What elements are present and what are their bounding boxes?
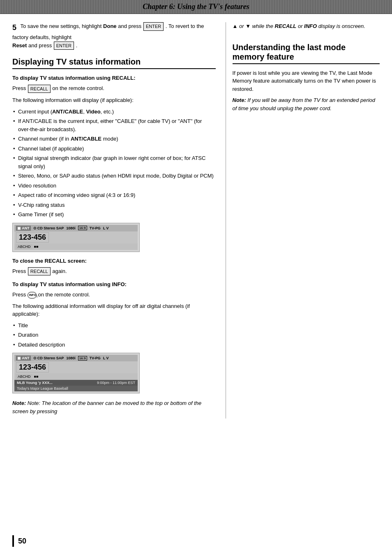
- tv-header-row-1: ▣ ANT ⊙ CD Stereo SAP 1080i 16:9 TV-PG L…: [14, 225, 138, 231]
- tv-screen-2: ▣ ANT ⊙ CD Stereo SAP 1080i 16:9 TV-PG L…: [12, 353, 140, 393]
- enter-button-1: ENTER: [143, 22, 164, 31]
- list-item: Video resolution: [12, 182, 216, 190]
- tv-pg-1: TV-PG: [90, 226, 101, 230]
- tv-screen-1: ▣ ANT ⊙ CD Stereo SAP 1080i 16:9 TV-PG L…: [12, 223, 140, 252]
- tv-channel-row-2: 123-456: [14, 361, 138, 373]
- close-recall-subheading: To close the RECALL screen:: [12, 258, 216, 264]
- recall-button: RECALL: [28, 85, 51, 93]
- tv-resolution-1: 1080i: [66, 226, 76, 230]
- tv-stereo-sap-1: ⊙ CD Stereo SAP: [33, 226, 64, 230]
- reset-label: Reset: [12, 42, 27, 49]
- tv-signal-icon-2: ■■: [34, 375, 39, 379]
- page-number-area: 50: [12, 535, 26, 547]
- page-bar: [12, 535, 14, 547]
- stereo-text-1: CD Stereo SAP: [37, 226, 64, 230]
- tv-show-title: MLB Young 'y XXX...: [17, 381, 53, 385]
- list-item: Current input (ANT/CABLE, Video, etc.): [12, 108, 216, 116]
- tv-ant-badge-2: ▣ ANT: [16, 356, 31, 361]
- recall-subheading: To display TV status information using R…: [12, 75, 216, 81]
- note-text-bottom: Note: The location of the banner can be …: [12, 400, 201, 414]
- step-text-2: and press: [118, 23, 141, 29]
- tv-header-row-2: ▣ ANT ⊙ CD Stereo SAP 1080i 16:9 TV-PG L…: [14, 355, 138, 361]
- note-italic-text-right: If you will be away from the TV for an e…: [233, 97, 376, 111]
- tv-lv-2: L V: [103, 356, 109, 360]
- arrow-note-text: ▲ or ▼ while the RECALL or INFO display …: [233, 23, 365, 29]
- tv-rating-badge-2: 16:9: [78, 356, 87, 361]
- list-item: V-Chip rating status: [12, 201, 216, 209]
- chapter-header: Chapter 6: Using the TV's features: [0, 0, 392, 14]
- tv-show-row-2: Today's Major League Baseball: [14, 386, 138, 391]
- enter-button-2: ENTER: [54, 42, 74, 50]
- recall-heading-text: To display TV status information using R…: [12, 75, 136, 81]
- tv-ant-badge-1: ▣ ANT: [16, 226, 31, 231]
- left-column: 5 To save the new settings, highlight Do…: [12, 22, 226, 419]
- period: .: [76, 42, 78, 49]
- tv-abchd-row-2: ABCHD ■■: [14, 373, 138, 380]
- page-number: 50: [18, 537, 26, 546]
- recall-button-2: RECALL: [28, 267, 51, 276]
- list-item: Digital signal strength indicator (bar g…: [12, 154, 216, 170]
- tv-channel-num-1: 123-456: [16, 232, 49, 243]
- close-recall-para: Press RECALL again.: [12, 267, 216, 276]
- page-wrapper: Chapter 6: Using the TV's features 5 To …: [0, 0, 392, 555]
- recall-para1: Press RECALL on the remote control.: [12, 84, 216, 93]
- info-bullet-list: Title Duration Detailed description: [12, 321, 216, 349]
- list-item: Channel number (if in ANT/CABLE mode): [12, 135, 216, 143]
- list-item: Detailed description: [12, 341, 216, 349]
- recall-bullet-list: Current input (ANT/CABLE, Video, etc.) I…: [12, 108, 216, 219]
- tv-signal-icon-1: ■■: [34, 245, 39, 249]
- right-note: Note: If you will be away from the TV fo…: [233, 96, 380, 112]
- note-label-bottom: Note:: [12, 400, 28, 406]
- step-text-1: To save the new settings, highlight: [20, 23, 101, 29]
- tv-stereo-sap-2: ⊙ CD Stereo SAP: [33, 356, 64, 360]
- right-column: ▲ or ▼ while the RECALL or INFO display …: [226, 22, 380, 419]
- content-area: 5 To save the new settings, highlight Do…: [0, 14, 392, 431]
- tv-abchd-1: ABCHD: [16, 244, 32, 249]
- tv-rating-badge-1: 16:9: [78, 226, 87, 230]
- info-para1: Press INFO○ on the remote control.: [12, 291, 216, 299]
- close-recall-text2: again.: [52, 268, 67, 274]
- list-item: Channel label (if applicable): [12, 145, 216, 153]
- bottom-note: Note: Note: The location of the banner c…: [12, 399, 216, 415]
- tv-bottom-row-1: ABCHD ■■: [14, 243, 138, 250]
- recall-para2: The following information will display (…: [12, 96, 216, 104]
- done-label: Done: [103, 23, 117, 29]
- list-item: If ANT/CABLE is the current input, eithe…: [12, 117, 216, 133]
- info-para2: The following additional information wil…: [12, 302, 216, 318]
- info-subheading: To display TV status information using I…: [12, 281, 216, 287]
- stereo-text-2: CD Stereo SAP: [37, 356, 64, 360]
- note-label-right: Note:: [233, 97, 246, 103]
- list-item: Stereo, Mono, or SAP audio status (when …: [12, 172, 216, 180]
- chapter-title: Chapter 6: Using the TV's features: [143, 2, 249, 11]
- cd-icon-2: ⊙: [33, 356, 37, 360]
- right-para1: If power is lost while you are viewing t…: [233, 69, 380, 93]
- list-item: Game Timer (if set): [12, 210, 216, 219]
- tv-show-subtitle: Today's Major League Baseball: [17, 386, 68, 391]
- close-recall-text: Press: [12, 268, 26, 274]
- recall-para1-text: Press: [12, 85, 26, 91]
- tv-channel-row-1: 123-456: [14, 231, 138, 243]
- step-text: To save the new settings, highlight Done…: [12, 23, 204, 49]
- cd-icon-1: ⊙: [33, 226, 37, 230]
- list-item: Duration: [12, 331, 216, 339]
- right-section-heading: Understanding the last mode memory featu…: [233, 43, 380, 64]
- recall-para1b-text: on the remote control.: [52, 85, 104, 91]
- step-number: 5: [12, 23, 16, 32]
- info-button-icon: INFO○: [28, 292, 37, 298]
- info-para1-text: Press: [12, 291, 26, 298]
- step-5: 5 To save the new settings, highlight Do…: [12, 22, 216, 50]
- step-text-4: and press: [28, 42, 53, 49]
- tv-abchd-2: ABCHD: [16, 374, 32, 379]
- section-heading: Displaying TV status information: [12, 57, 216, 69]
- info-para1b-text: on the remote control.: [38, 291, 90, 298]
- tv-pg-2: TV-PG: [90, 356, 101, 360]
- tv-show-time: 9:00pm - 11:00pm EST: [97, 381, 135, 385]
- tv-resolution-2: 1080i: [66, 356, 76, 360]
- info-heading-text: To display TV status information using I…: [12, 281, 127, 287]
- tv-show-row-1: MLB Young 'y XXX... 9:00pm - 11:00pm EST: [14, 380, 138, 386]
- tv-channel-num-2: 123-456: [16, 362, 49, 372]
- list-item: Title: [12, 321, 216, 330]
- arrow-note: ▲ or ▼ while the RECALL or INFO display …: [233, 22, 380, 30]
- close-recall-heading-text: To close the RECALL screen:: [12, 258, 87, 264]
- list-item: Aspect ratio of incoming video signal (4…: [12, 191, 216, 199]
